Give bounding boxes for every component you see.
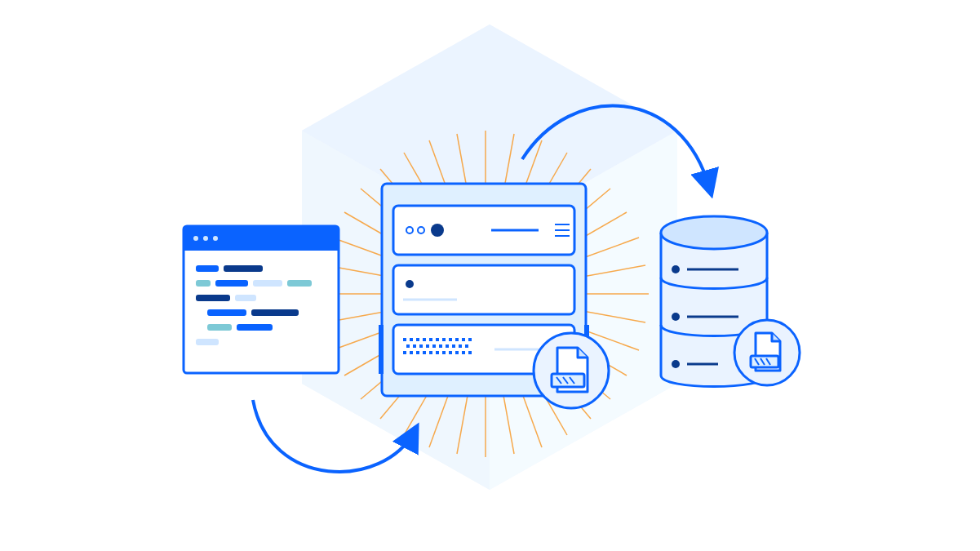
- svg-rect-55: [251, 309, 299, 316]
- svg-rect-53: [235, 295, 256, 301]
- svg-point-43: [193, 236, 198, 241]
- svg-rect-86: [426, 344, 429, 348]
- file-icon: [552, 348, 588, 392]
- svg-rect-96: [423, 351, 426, 354]
- svg-rect-92: [465, 344, 468, 348]
- svg-rect-50: [253, 280, 282, 287]
- diagram-svg: [0, 0, 980, 551]
- svg-rect-48: [196, 280, 211, 287]
- svg-rect-103: [468, 351, 472, 354]
- svg-rect-80: [455, 338, 459, 341]
- svg-rect-100: [449, 351, 452, 354]
- svg-rect-88: [439, 344, 442, 348]
- svg-rect-108: [552, 374, 584, 387]
- svg-rect-54: [207, 309, 246, 316]
- svg-rect-73: [410, 338, 413, 341]
- svg-rect-83: [406, 344, 410, 348]
- svg-rect-51: [287, 280, 312, 287]
- svg-point-112: [661, 216, 767, 249]
- svg-rect-46: [196, 265, 219, 272]
- svg-rect-49: [215, 280, 248, 287]
- svg-rect-52: [196, 295, 230, 301]
- svg-rect-84: [413, 344, 416, 348]
- svg-rect-87: [432, 344, 436, 348]
- svg-point-45: [213, 236, 218, 241]
- svg-rect-120: [751, 356, 778, 367]
- svg-rect-57: [237, 324, 273, 331]
- svg-rect-78: [442, 338, 446, 341]
- svg-rect-81: [462, 338, 465, 341]
- svg-rect-95: [416, 351, 419, 354]
- svg-rect-98: [436, 351, 439, 354]
- svg-rect-77: [436, 338, 439, 341]
- svg-rect-90: [452, 344, 455, 348]
- file-badge-server: [534, 333, 609, 408]
- file-icon: [751, 333, 780, 371]
- svg-point-69: [406, 280, 414, 288]
- svg-point-44: [203, 236, 208, 241]
- svg-rect-79: [449, 338, 452, 341]
- svg-point-113: [672, 265, 680, 273]
- svg-rect-101: [455, 351, 459, 354]
- svg-point-63: [431, 224, 444, 237]
- svg-rect-102: [462, 351, 465, 354]
- svg-rect-60: [393, 206, 574, 255]
- svg-point-115: [672, 313, 680, 321]
- svg-rect-94: [410, 351, 413, 354]
- svg-rect-91: [459, 344, 462, 348]
- svg-rect-76: [429, 338, 432, 341]
- svg-rect-82: [468, 338, 472, 341]
- svg-rect-47: [224, 265, 263, 272]
- code-window: [184, 226, 339, 373]
- svg-point-117: [672, 360, 680, 368]
- svg-rect-85: [419, 344, 423, 348]
- svg-rect-68: [393, 265, 574, 314]
- svg-rect-105: [379, 325, 384, 374]
- svg-rect-99: [442, 351, 446, 354]
- svg-rect-58: [196, 339, 219, 345]
- svg-rect-75: [423, 338, 426, 341]
- file-badge-database: [734, 320, 800, 385]
- svg-rect-74: [416, 338, 419, 341]
- architecture-diagram: [0, 0, 980, 551]
- svg-rect-93: [403, 351, 406, 354]
- svg-rect-97: [429, 351, 432, 354]
- svg-rect-72: [403, 338, 406, 341]
- svg-rect-89: [446, 344, 449, 348]
- svg-rect-42: [184, 245, 339, 251]
- svg-rect-56: [207, 324, 232, 331]
